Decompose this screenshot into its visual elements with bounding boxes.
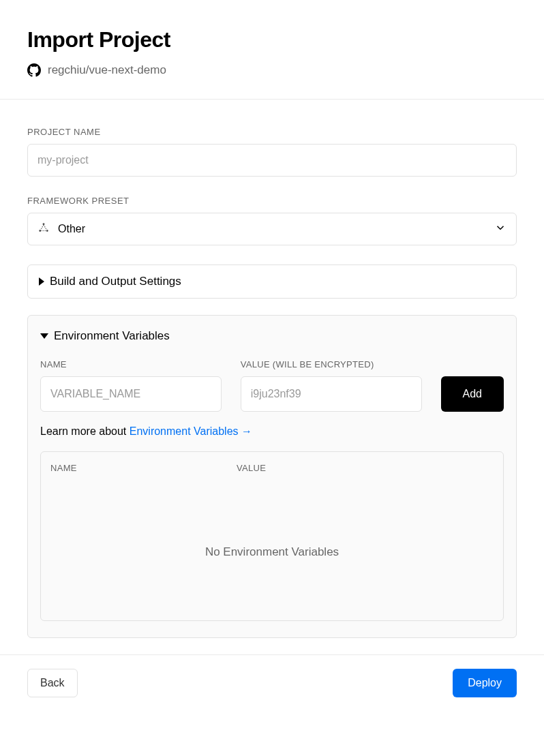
build-output-label: Build and Output Settings xyxy=(50,275,181,288)
add-button[interactable]: Add xyxy=(441,376,504,412)
framework-preset-select[interactable]: Other xyxy=(27,213,517,245)
env-name-input[interactable] xyxy=(40,376,222,412)
framework-icon xyxy=(37,222,50,237)
env-section-label: Environment Variables xyxy=(54,329,170,343)
repo-indicator: regchiu/vue-next-demo xyxy=(27,63,517,77)
env-value-input[interactable] xyxy=(241,376,422,412)
expand-right-icon xyxy=(39,277,44,286)
back-button[interactable]: Back xyxy=(27,669,78,697)
table-header-value: VALUE xyxy=(237,463,494,473)
env-value-label: VALUE (WILL BE ENCRYPTED) xyxy=(241,359,422,369)
expand-down-icon xyxy=(40,333,48,339)
env-empty-state: No Environment Variables xyxy=(41,484,503,620)
framework-preset-label: FRAMEWORK PRESET xyxy=(27,196,517,206)
chevron-down-icon xyxy=(494,222,507,237)
framework-selected-value: Other xyxy=(58,223,85,235)
project-name-input[interactable] xyxy=(27,144,517,177)
svg-point-1 xyxy=(40,230,41,232)
environment-variables-toggle[interactable]: Environment Variables xyxy=(40,329,504,343)
github-icon xyxy=(27,63,41,77)
repo-name: regchiu/vue-next-demo xyxy=(48,63,166,77)
deploy-button[interactable]: Deploy xyxy=(453,669,517,697)
env-name-label: NAME xyxy=(40,359,222,369)
env-variables-table: NAME VALUE No Environment Variables xyxy=(40,451,504,621)
environment-variables-section: Environment Variables NAME VALUE (WILL B… xyxy=(27,315,517,638)
build-output-settings-toggle[interactable]: Build and Output Settings xyxy=(27,264,517,299)
env-variables-link[interactable]: Environment Variables → xyxy=(130,425,252,437)
svg-point-2 xyxy=(46,230,48,232)
page-title: Import Project xyxy=(27,27,517,52)
table-header-name: NAME xyxy=(50,463,237,473)
learn-more-text: Learn more about Environment Variables → xyxy=(40,425,504,438)
project-name-label: PROJECT NAME xyxy=(27,127,517,137)
svg-point-0 xyxy=(43,224,44,225)
